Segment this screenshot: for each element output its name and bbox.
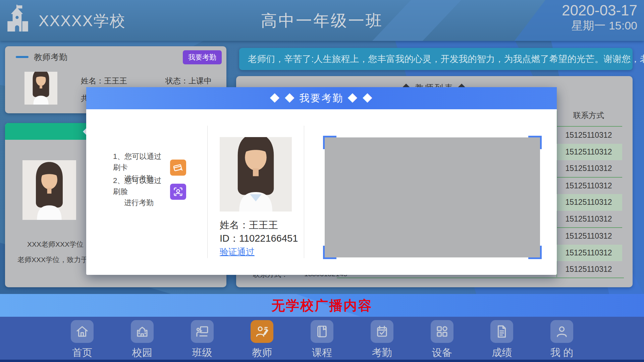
modal-teacher-name: 姓名：王王王 [220,219,278,232]
datetime-display: 2020-03-17 星期一 15:00 [562,2,637,32]
modal-header: ◆ ◆ 我要考勤 ◆ ◆ [86,87,557,109]
classroom-display-screen: XXXXX学校 高中一年级一班 2020-03-17 星期一 15:00 教师考… [0,0,644,362]
modal-divider [207,126,208,258]
instruction-line: 2、您可以通过刷脸 [113,175,167,197]
contact-column: 15125110312 15125110312 15125110312 1512… [555,127,622,278]
modal-teacher-id: ID：11022166451 [220,232,298,245]
instruction-line: 进行考勤 [113,197,167,208]
nav-item-profile[interactable]: 我 的 [547,320,577,360]
campus-icon [131,320,154,343]
checkin-button[interactable]: 我要考勤 [183,50,222,64]
camera-preview [325,137,540,257]
table-row: 15125110312 [555,144,622,161]
nav-item-attendance[interactable]: 考勤 [367,320,397,360]
verified-teacher-photo [220,137,292,212]
header-bar: XXXXX学校 高中一年级一班 2020-03-17 星期一 15:00 [0,0,644,41]
teacher-status-row: 状态：上课中 [165,76,212,86]
title-dash-icon [16,56,29,58]
teacher-photo-large [22,160,76,220]
camera-corner-bracket [528,136,542,149]
nav-item-home[interactable]: 首页 [67,320,97,360]
camera-corner-bracket [323,246,336,259]
bottom-nav-bar: 首页 校园 班级 [0,317,644,362]
class-blackboard-icon [191,320,214,343]
greeting-marquee: 老师们，辛苦了:人生旅程上，您丰富我的心灵，开发我的智力，为我点燃了希望的光芒。… [239,48,633,70]
score-document-icon [490,320,513,343]
marquee-text: 老师们，辛苦了:人生旅程上，您丰富我的心灵，开发我的智力，为我点燃了希望的光芒。… [248,53,644,65]
nav-item-campus[interactable]: 校园 [127,320,157,360]
table-row: 15125110312 [555,127,622,144]
attendance-card-title: 教师考勤 [34,52,67,63]
header-underline [555,126,622,127]
table-row: 15125110312 [555,160,622,177]
attendance-calendar-icon [371,320,393,343]
panel-bottom-line [337,278,624,278]
course-book-icon [311,320,333,343]
device-grid-icon [431,320,453,343]
nav-item-teacher[interactable]: 教师 [247,320,277,360]
contact-column-header: 联系方式 [555,110,622,121]
teacher-icon [251,320,273,343]
card-swipe-icon [170,160,186,176]
broadcast-bar: 无学校广播内容 [0,294,644,317]
broadcast-text: 无学校广播内容 [272,296,373,315]
nav-item-device[interactable]: 设备 [427,320,457,360]
nav-item-score[interactable]: 成绩 [487,320,517,360]
teacher-name-row: 姓名：王王王 [81,76,127,86]
table-row: 15125110312 [555,245,622,261]
profile-icon [550,320,573,343]
home-icon [71,320,94,343]
teacher-photo-small [24,72,57,105]
table-row: 15125110312 [555,194,622,211]
camera-corner-bracket [528,246,542,259]
instruction-step-2: 2、您可以通过刷脸 进行考勤 [113,175,186,208]
face-scan-icon [170,184,186,200]
table-row: 15125110312 [555,211,622,228]
nav-item-class[interactable]: 班级 [187,320,217,360]
modal-title: ◆ ◆ 我要考勤 ◆ ◆ [270,92,373,105]
verify-passed-link[interactable]: 验证通过 [220,246,255,258]
date-text: 2020-03-17 [562,2,637,19]
checkin-modal: ◆ ◆ 我要考勤 ◆ ◆ 1、您可以通过刷卡 进行考勤 2、您可以通过刷脸 [86,87,557,275]
instruction-line: 1、您可以通过刷卡 [113,151,167,173]
modal-divider [304,126,304,258]
table-row: 15125110312 [555,178,622,194]
table-row: 15125110312 [555,228,622,245]
weekday-time-text: 星期一 15:00 [562,19,637,32]
class-title: 高中一年级一班 [0,10,644,32]
table-row: 15125110312 [555,261,622,278]
camera-corner-bracket [323,136,336,149]
nav-item-course[interactable]: 课程 [307,320,337,360]
